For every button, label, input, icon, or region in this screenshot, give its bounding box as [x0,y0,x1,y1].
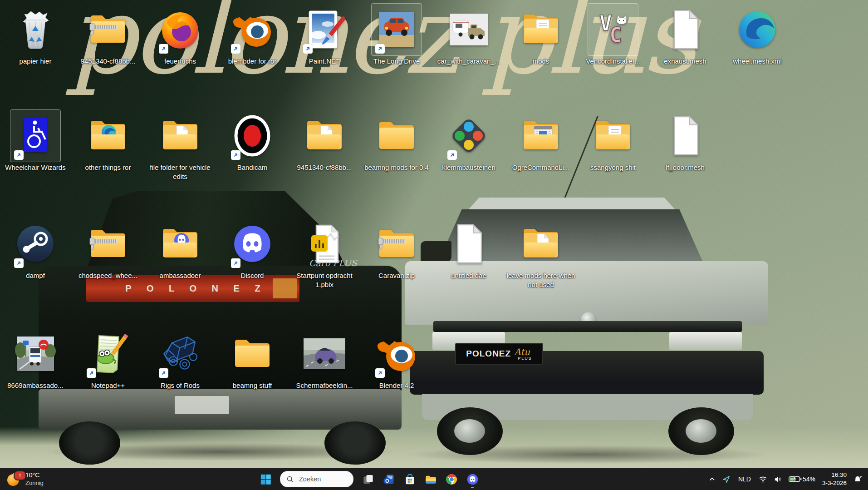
desktop-icon-mods[interactable]: mods [505,4,577,66]
desktop-icon-label: Rigs of Rods [161,381,200,390]
desktop-icon-label: Startpunt opdracht 1.pbix [290,271,359,289]
taskbar-app-discord[interactable] [462,469,482,489]
folder-doc-icon [516,4,566,55]
desktop-icon-notepad[interactable]: Notepad++ [72,328,144,390]
desktop-icon-file-folder-for-vehicle-edits[interactable]: file folder for vehicle edits [144,110,216,181]
desktop-icon-papier-hier[interactable]: papier hier [0,4,72,66]
shortcut-arrow-icon [375,44,385,54]
desktop-icon-caravan-zip[interactable]: Caravan.zip [360,218,433,280]
shortcut-arrow-icon [159,368,168,378]
tray-language-indicator[interactable]: NLD [734,470,755,488]
notification-bell-dnd-icon[interactable]: z z [850,470,866,488]
desktop-icon-label: beamng stuff [233,381,272,390]
desktop-icon-label: untitled.dae [451,271,486,280]
desktop-icon-paint-net[interactable]: Paint.NET [288,4,361,66]
search-input[interactable] [298,475,347,483]
wheelchair-icon [10,110,60,162]
start-button[interactable] [255,469,275,489]
wifi-icon[interactable] [755,470,770,488]
desktop-icon-wheel-mesh-xml[interactable]: wheel.mesh.xml [721,4,794,66]
desktop-icon-rigs-of-rods[interactable]: Rigs of Rods [144,328,216,390]
desktop-icon-label: chodspeed_whee... [78,271,137,280]
desktop-icon-label: feuerfuchs [164,57,196,66]
desktop-icon-schermafbeeldin[interactable]: Schermafbeeldin... [288,328,361,390]
system-tray: NLD [706,468,866,490]
desktop-icon-ambassadoer[interactable]: ambassadoer [144,218,216,280]
folder-zip-icon [372,218,422,270]
svg-text:O: O [385,478,389,483]
desktop-icon-leave-mods-here-when-not-used[interactable]: leave mods here when not used [505,218,577,289]
desktop-icon-klemmbausteinen[interactable]: klemmbausteinen [432,110,505,172]
taskbar-app-chrome[interactable] [441,469,461,489]
desktop-icon-wheelchair-wizards[interactable]: Wheelchair Wizards [0,110,72,172]
desktop-icon-label: klemmbausteinen [442,163,495,172]
clock-time: 16:30 [822,471,847,479]
desktop-icon-startpunt-opdracht-1-pbix[interactable]: Startpunt opdracht 1.pbix [288,218,361,289]
desktop-icon-label: The Long Drive [373,57,420,66]
taskbar-app-microsoft-store[interactable] [400,469,420,489]
folder-zip-icon [83,4,133,55]
desktop-icon-8669ambassado[interactable]: 8669ambassado... [0,328,72,390]
desktop-icon-dampf[interactable]: dampf [0,218,72,280]
recycle-bin-icon [10,4,60,55]
tray-location-icon[interactable] [719,470,734,488]
desktop-icon-blembder-for-ror[interactable]: blembder for ror [216,4,289,66]
desktop-icon-the-long-drive[interactable]: The Long Drive [360,4,433,66]
desktop-icon-9451340-cf88bb[interactable]: 9451340-cf88bb... [288,110,361,172]
desktop-icon-grid: papier hier9451340-cf88bb...feuerfuchsbl… [0,0,868,468]
running-indicator [471,487,474,488]
shortcut-arrow-icon [375,368,385,378]
desktop-icon-vencordinstaller[interactable]: VCVencordInstaller... [577,4,649,66]
tray-chevron-up-icon[interactable] [706,470,719,488]
desktop-icon-exhaust-mesh[interactable]: exhaust.mesh [649,4,721,66]
desktop-icon-label: leave mods here when not used [506,271,575,289]
desktop-icon-lf-door-mesh[interactable]: lf_door.mesh [649,110,721,172]
taskbar-app-task-view[interactable] [358,469,378,489]
taskbar-app-file-explorer[interactable] [421,469,441,489]
notepadpp-icon [83,328,133,380]
folder-page-icon [299,110,349,162]
desktop-icon-ssangyong-shit[interactable]: ssangyong shit [577,110,649,172]
taskbar-search-box[interactable] [280,471,353,487]
desktop-icon-9451340-cf88bb[interactable]: 9451340-cf88bb... [72,4,144,66]
weather-sun-icon: 1 [7,472,21,486]
studio-icon [444,110,494,162]
desktop-icon-label: ssangyong shit [590,163,636,172]
shortcut-arrow-icon [14,258,24,268]
desktop-icon-other-things-ror[interactable]: other things ror [72,110,144,172]
folder-plain-icon [227,328,277,380]
desktop-icon-feuerfuchs[interactable]: feuerfuchs [144,4,216,66]
clock-date: 3-3-2026 [822,479,847,487]
desktop-icon-beamng-mods-for-0-4[interactable]: beamng mods for 0.4 [360,110,433,172]
battery-indicator[interactable]: 54% [785,470,819,488]
desktop-icon-ogrecommandli[interactable]: OgreCommandLi... [505,110,577,172]
desktop-icon-bandicam[interactable]: Bandicam [216,110,289,172]
desktop-icon-blender-4-2[interactable]: Blender 4.2 [360,328,433,390]
taskbar-app-outlook[interactable]: O [379,469,399,489]
thumb-caravan-icon [444,4,494,55]
desktop-icon-car-with-caravan[interactable]: car_with_caravan_... [432,4,505,66]
paintnet-icon [299,4,349,55]
desktop-icon-label: wheel.mesh.xml [733,57,782,66]
desktop-icon-label: car_with_caravan_... [437,57,500,66]
battery-percent: 54% [803,475,815,483]
desktop[interactable]: polonez plus Caro PLUS P O L O N E Z [0,0,868,468]
folder-page-icon [155,110,205,162]
weather-widget[interactable]: 1 10°C Zonnig [0,468,51,490]
desktop-icon-beamng-stuff[interactable]: beamng stuff [216,328,289,390]
search-icon [286,475,294,483]
pbix-icon [299,218,349,270]
tray-clock[interactable]: 16:30 3-3-2026 [819,471,850,487]
desktop-icon-label: dampf [26,271,45,280]
shortcut-arrow-icon [231,258,240,268]
desktop-icon-discord[interactable]: Discord [216,218,289,280]
desktop-icon-untitled-dae[interactable]: untitled.dae [432,218,505,280]
folder-page-icon [516,218,566,270]
folder-plain-icon [372,110,422,162]
svg-text:C: C [609,23,622,47]
volume-icon[interactable] [770,470,785,488]
desktop-icon-label: Discord [241,271,264,280]
folder-edge-icon [83,110,133,162]
desktop-icon-label: Paint.NET [309,57,340,66]
desktop-icon-chodspeed-whee[interactable]: chodspeed_whee... [72,218,144,280]
